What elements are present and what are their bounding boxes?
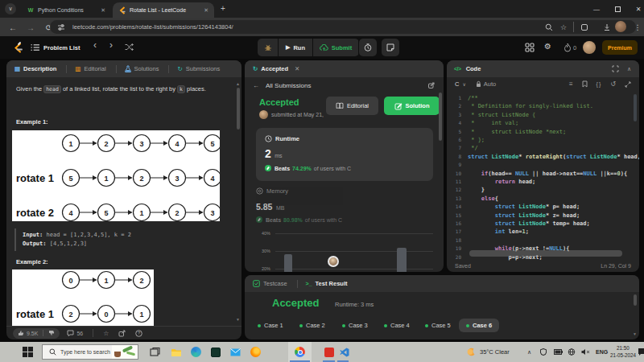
reset-icon[interactable]: ↺ — [610, 80, 616, 88]
tray-chevron-icon[interactable]: ∧ — [527, 342, 531, 362]
tray-volume-muted-icon[interactable] — [581, 342, 590, 362]
solution-button[interactable]: Solution — [384, 97, 440, 115]
submit-button[interactable]: Submit — [313, 39, 358, 56]
format-icon[interactable]: ≡ — [569, 80, 573, 88]
edge-icon[interactable] — [189, 345, 203, 359]
thumbs-up-icon[interactable] — [18, 330, 24, 336]
mail-icon[interactable] — [229, 345, 242, 359]
code-vscrollbar[interactable] — [634, 94, 637, 121]
code-editor[interactable]: 1/**2 * Definition for singly-linked lis… — [447, 91, 639, 259]
app-icon-dark[interactable] — [208, 345, 222, 359]
code-hscrollbar[interactable] — [469, 250, 622, 257]
chrome-icon[interactable] — [293, 345, 307, 359]
tray-network-icon[interactable] — [568, 342, 576, 362]
case-chip-2[interactable]: Case 2 — [299, 319, 325, 332]
notification-icon[interactable]: 7 — [638, 348, 644, 356]
debug-button[interactable] — [258, 39, 278, 56]
browser-tab-1[interactable]: W Python Conditions ✕ — [21, 2, 111, 18]
memory-section[interactable]: Memory 5.85 MB Beats 80.98% of users wit… — [256, 187, 342, 223]
case-chip-6[interactable]: Case 6 — [459, 319, 499, 332]
tab-editorial[interactable]: ▥Editorial — [75, 65, 105, 72]
tab1-close-icon[interactable]: ✕ — [101, 7, 105, 14]
tab-testcase[interactable]: Testcase — [253, 280, 287, 287]
file-explorer-icon[interactable] — [169, 345, 183, 359]
tab-solutions[interactable]: Solutions — [125, 65, 159, 72]
layout-grid-icon[interactable] — [525, 43, 535, 52]
window-close-button[interactable]: ✕ — [629, 0, 644, 18]
new-tab-button[interactable]: + — [221, 4, 225, 13]
vscode-icon[interactable] — [337, 345, 351, 359]
firefox-icon[interactable] — [249, 345, 262, 359]
case-chip-1[interactable]: Case 1 — [258, 319, 283, 332]
collapse-chevron-icon[interactable]: ∧ — [627, 66, 631, 72]
problem-list-button[interactable]: Problem List — [31, 42, 80, 53]
browser-profile-avatar[interactable] — [615, 21, 626, 32]
back-icon[interactable]: ← — [6, 21, 19, 34]
editorial-button[interactable]: Editorial — [326, 97, 378, 115]
timer-button[interactable] — [359, 39, 377, 56]
window-minimize-button[interactable]: — — [587, 0, 606, 18]
tab-submissions[interactable]: ↻Submissions — [177, 65, 220, 72]
weather-widget[interactable]: 35°C Clear — [467, 342, 510, 362]
browser-tab-2[interactable]: Rotate List - LeetCode ✕ — [113, 2, 214, 18]
left-scroll-down-icon[interactable]: ▼ — [236, 317, 240, 322]
left-scrollbar[interactable] — [237, 88, 240, 130]
task-view-icon[interactable] — [148, 345, 162, 359]
prev-problem-icon[interactable]: ‹ — [93, 39, 97, 51]
windows-start-button[interactable] — [23, 347, 33, 357]
bookmark-star-icon[interactable]: ☆ — [557, 21, 570, 34]
streak-flame-icon[interactable] — [564, 43, 572, 52]
tray-language[interactable]: ENG — [596, 342, 608, 362]
download-icon[interactable] — [601, 21, 613, 34]
browser-menu-icon[interactable]: ⋮ — [631, 21, 644, 34]
thumbs-down-icon[interactable] — [43, 330, 55, 336]
tray-shield-icon[interactable] — [540, 342, 547, 362]
site-settings-icon[interactable] — [57, 23, 65, 31]
share-link-icon[interactable] — [427, 81, 436, 89]
search-daily-image[interactable] — [112, 345, 138, 359]
result-scrollbar[interactable] — [634, 294, 637, 306]
tab-test-result[interactable]: >_ Test Result — [306, 280, 348, 287]
braces-icon[interactable]: {} — [597, 81, 602, 87]
tab-search-chevron-icon[interactable]: ∨ — [5, 3, 16, 14]
clock-widget[interactable]: 21:50 21-05-2024 — [609, 345, 637, 359]
submission-scrollbar[interactable] — [439, 93, 442, 141]
leetcode-logo[interactable] — [11, 41, 24, 55]
tab-description[interactable]: ▤Description — [14, 65, 56, 72]
comments-button[interactable]: 56 — [67, 330, 83, 336]
settings-gear-icon[interactable]: ⚙ — [544, 42, 551, 51]
case-chip-4[interactable]: Case 4 — [384, 319, 410, 332]
random-problem-icon[interactable] — [125, 43, 134, 51]
premium-button[interactable]: Premium — [602, 40, 638, 55]
fullscreen-icon[interactable] — [625, 81, 631, 88]
help-icon[interactable]: ? — [135, 330, 142, 337]
forward-icon[interactable]: → — [24, 21, 37, 34]
case-chip-3[interactable]: Case 3 — [342, 319, 368, 332]
favorite-star-icon[interactable]: ☆ — [103, 330, 109, 337]
all-submissions-label[interactable]: All Submissions — [266, 82, 311, 89]
app-icon-red[interactable] — [322, 345, 336, 359]
extensions-icon[interactable] — [578, 21, 591, 34]
like-pill[interactable]: 9.5K — [13, 328, 60, 339]
next-problem-icon[interactable]: › — [109, 39, 113, 51]
zoom-icon[interactable] — [543, 21, 555, 34]
taskbar-search[interactable]: Type here to search — [42, 344, 138, 360]
language-selector[interactable]: C — [455, 80, 459, 88]
run-button[interactable]: ▶ Run — [279, 39, 312, 56]
left-scroll-up-icon[interactable]: ▲ — [236, 81, 240, 86]
tray-battery-icon[interactable] — [554, 342, 563, 362]
result-scroll-down-icon[interactable]: ▼ — [633, 331, 637, 336]
tab-accepted[interactable]: ↻Accepted✕ — [253, 65, 299, 72]
accepted-tab-close-icon[interactable]: ✕ — [295, 65, 299, 72]
case-chip-5[interactable]: Case 5 — [425, 319, 451, 332]
window-maximize-button[interactable] — [608, 0, 627, 18]
back-arrow-icon[interactable]: ← — [253, 82, 259, 89]
user-avatar[interactable] — [583, 41, 596, 54]
runtime-card[interactable]: Runtime 2 ms Beats 74.29% of users with … — [256, 128, 433, 181]
notes-button[interactable] — [382, 39, 399, 56]
tab2-close-icon[interactable]: ✕ — [204, 7, 208, 14]
expand-icon[interactable] — [612, 65, 619, 72]
bookmark-icon[interactable] — [582, 80, 588, 88]
auto-mode[interactable]: Auto — [476, 80, 496, 88]
share-icon[interactable] — [118, 330, 126, 337]
